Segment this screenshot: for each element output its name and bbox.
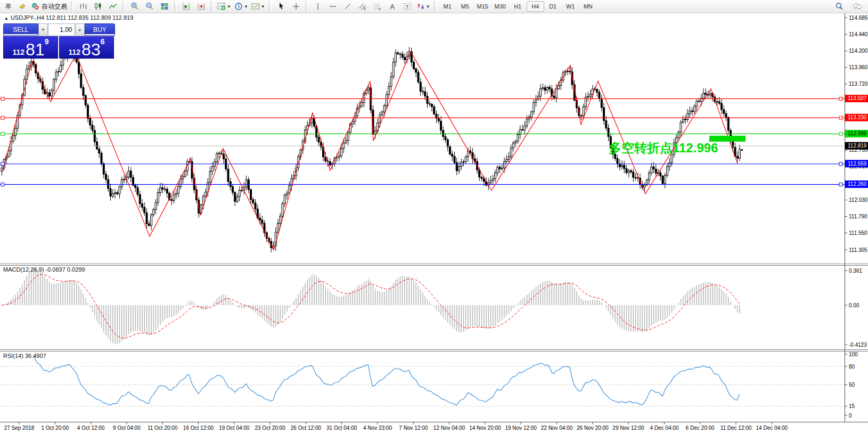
search-button[interactable]	[832, 1, 847, 12]
buy-price-prefix: 112	[69, 48, 81, 56]
timeframe-button-M5[interactable]: M5	[456, 1, 474, 12]
buy-price-sup: 6	[101, 38, 105, 45]
svg-text:112.030: 112.030	[849, 197, 868, 203]
svg-text:112.819: 112.819	[848, 143, 867, 149]
buy-button[interactable]: BUY	[85, 23, 115, 36]
price-badge-113.230[interactable]: 113.230	[845, 114, 868, 121]
macd-indicator-label: MACD(12,26,9) -0.0837 0.0299	[3, 266, 85, 273]
collapse-icon[interactable]: ▲	[4, 16, 9, 21]
crosshair-button[interactable]	[289, 1, 304, 12]
bar-chart-button[interactable]	[76, 1, 91, 12]
svg-text:112.260: 112.260	[848, 181, 867, 187]
svg-text:114.685: 114.685	[849, 15, 868, 21]
turning-point-annotation: 多空转折点112.996	[609, 140, 718, 157]
svg-text:4 Nov 23:00: 4 Nov 23:00	[363, 425, 392, 431]
dropdown-caret-icon: ▼	[227, 4, 231, 9]
timeframe-button-W1[interactable]: W1	[562, 1, 579, 12]
svg-text:113.230: 113.230	[848, 115, 867, 120]
chat-icon	[853, 2, 862, 11]
sell-price-prefix: 112	[13, 48, 25, 56]
volume-decrease-button[interactable]: ▼	[38, 23, 48, 36]
zoom-in-button[interactable]	[127, 1, 142, 12]
line-chart-button[interactable]	[105, 1, 120, 12]
toolbar-separator	[269, 2, 272, 11]
trendline-icon	[343, 2, 352, 11]
svg-text:15: 15	[849, 403, 855, 409]
zoom-out-button[interactable]	[142, 1, 157, 12]
timeframe-button-M1[interactable]: M1	[439, 1, 456, 12]
svg-text:12 Nov 04:00: 12 Nov 04:00	[433, 425, 465, 431]
timeframe-button-D1[interactable]: D1	[544, 1, 562, 12]
svg-text:0: 0	[849, 413, 852, 419]
periods-button[interactable]: ▼	[233, 1, 250, 12]
price-badge-112.260[interactable]: 112.260	[845, 181, 868, 188]
line-chart-icon	[109, 2, 117, 11]
timeframe-button-MN[interactable]: MN	[579, 1, 597, 12]
new-order-button[interactable]: 单	[0, 1, 15, 12]
search-icon	[835, 2, 844, 11]
autotrading-button[interactable]: 自动交易	[30, 1, 69, 12]
svg-text:11 Oct 20:00: 11 Oct 20:00	[148, 425, 178, 431]
channel-button[interactable]: E	[355, 1, 370, 12]
text-button[interactable]: A	[385, 1, 400, 12]
trendline-button[interactable]	[340, 1, 355, 12]
buy-price-display[interactable]: 112 83 6	[59, 36, 114, 59]
svg-text:100: 100	[849, 352, 858, 357]
dropdown-caret-icon: ▼	[426, 4, 430, 9]
main-toolbar: 单自动交易▼▼▼EFAT▼M1M5M15M30H1H4D1W1MN	[0, 0, 868, 13]
svg-text:26 Oct 12:00: 26 Oct 12:00	[291, 425, 322, 431]
price-badge-112.559[interactable]: 112.559	[845, 160, 868, 167]
fibonacci-button[interactable]: F	[370, 1, 385, 12]
cursor-button[interactable]	[274, 1, 289, 12]
vertical-line-button[interactable]	[310, 1, 325, 12]
periods-icon	[234, 2, 243, 11]
last-price-marker	[741, 149, 743, 151]
autotrading-button-label: 自动交易	[42, 2, 67, 11]
tile-windows-icon	[160, 2, 169, 11]
tile-windows-button[interactable]	[157, 1, 172, 12]
price-badge-112.996[interactable]: 112.996	[845, 130, 868, 137]
timeframe-button-M15[interactable]: M15	[474, 1, 492, 12]
svg-text:16 Oct 12:00: 16 Oct 12:00	[183, 425, 214, 431]
toolbar-separator	[211, 2, 214, 11]
sell-button[interactable]: SELL	[3, 23, 38, 36]
candlestick-chart-button[interactable]	[91, 1, 105, 12]
volume-increase-button[interactable]: ▲	[75, 23, 85, 36]
svg-text:14 Dec 04:00: 14 Dec 04:00	[756, 425, 788, 431]
candlestick-chart-icon	[94, 2, 102, 11]
text-label-button[interactable]: T	[400, 1, 415, 12]
price-badge-112.819[interactable]: 112.819	[845, 142, 868, 150]
gold-bar-icon[interactable]	[15, 1, 30, 12]
svg-text:23 Oct 20:00: 23 Oct 20:00	[255, 425, 285, 431]
arrows-button[interactable]: ▼	[415, 1, 432, 12]
svg-text:11 Dec 12:00: 11 Dec 12:00	[720, 425, 752, 431]
svg-text:112.559: 112.559	[848, 161, 867, 167]
svg-text:111.790: 111.790	[849, 214, 867, 219]
templates-button[interactable]: ▼	[250, 1, 267, 12]
svg-text:26 Nov 20:00: 26 Nov 20:00	[577, 425, 609, 431]
sell-price-big: 81	[26, 43, 45, 56]
volume-input[interactable]: 1.00	[48, 23, 75, 36]
timeframe-button-H1[interactable]: H1	[509, 1, 527, 12]
svg-text:31 Oct 04:00: 31 Oct 04:00	[326, 425, 357, 431]
vertical-line-icon	[314, 2, 322, 11]
svg-text:80: 80	[849, 364, 855, 370]
chart-shift-button[interactable]	[179, 1, 194, 12]
horizontal-line-button[interactable]	[325, 1, 340, 12]
auto-scroll-button[interactable]	[194, 1, 209, 12]
timeframe-button-M30[interactable]: M30	[492, 1, 509, 12]
toolbar-separator	[306, 2, 308, 11]
timeframe-button-H4[interactable]: H4	[527, 1, 544, 12]
svg-text:112.996: 112.996	[848, 130, 867, 136]
chat-button[interactable]	[850, 1, 865, 12]
bar-chart-icon	[79, 2, 87, 11]
svg-text:0.00: 0.00	[849, 303, 859, 308]
indicators-button[interactable]: ▼	[216, 1, 233, 12]
text-icon: A	[388, 2, 397, 11]
svg-text:22 Nov 04:00: 22 Nov 04:00	[541, 425, 573, 431]
price-badge-113.507[interactable]: 113.507	[845, 95, 868, 102]
chart-shift-icon	[182, 2, 191, 11]
dropdown-caret-icon: ▼	[244, 4, 248, 9]
fibonacci-icon: F	[373, 2, 382, 11]
sell-price-display[interactable]: 112 81 9	[3, 36, 58, 59]
